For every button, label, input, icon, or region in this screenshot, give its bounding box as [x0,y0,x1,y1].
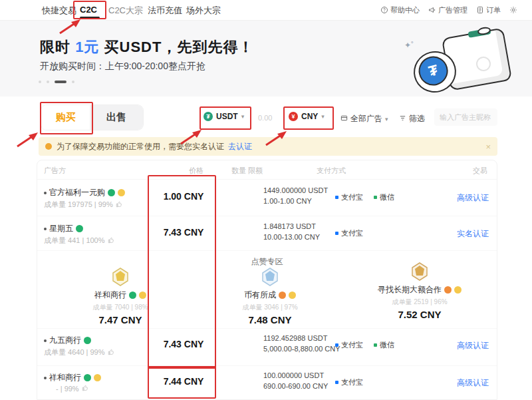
filter-button[interactable]: 筛选 [399,113,425,124]
advertiser-name[interactable]: 九五商行 [44,335,91,346]
trade-action-link[interactable]: 高级认证 [457,340,489,351]
tab-buy[interactable]: 购买 [41,105,90,130]
tab-sell[interactable]: 出售 [90,105,143,130]
trade-action-link[interactable]: 高级认证 [457,192,489,204]
c2c-trading-page: 快捷交易 C2C C2C大宗 法币充值 场外大宗 帮助中心 广告管理 [0,0,532,400]
available-amount: 1449.000000 USDT [263,186,328,194]
featured-card[interactable]: 币有所成 成单量 3046 | 97% 7.48 CNY [210,267,330,325]
table-header: 广告方 价格 数量 限额 支付方式 交易 [37,160,497,180]
order-limit: 5,000.00-8,880.00 CNY [263,345,340,353]
usdt-coin-face: ₮ [416,53,451,89]
trade-action-link[interactable]: 实名认证 [457,228,489,240]
advertiser-name[interactable]: 官方福利一元购 [44,187,125,198]
carousel-dot[interactable] [47,81,49,83]
order-stats-label: - | 99% [56,385,79,393]
all-ads-dropdown[interactable]: 全部广告 ▾ [340,113,388,124]
ad-management-button[interactable]: 广告管理 [428,5,467,15]
thumb-up-icon [108,349,114,357]
advertiser-search-input[interactable]: 输入广告主昵称 [434,108,497,126]
payment-methods: 支付宝 微信 [335,340,394,350]
advertiser-name-label: 官方福利一元购 [49,187,105,198]
available-amount: 100.000000 USDT [263,371,324,379]
featured-price: 7.48 CNY [210,314,330,325]
nav-item-fiat-deposit[interactable]: 法币充值 [148,5,182,17]
trade-action-link[interactable]: 高级认证 [457,377,489,389]
ads-grid-icon [340,114,348,124]
payment-label: 支付宝 [341,377,363,387]
banner-title-suffix: 买USDT，先到先得！ [99,39,253,55]
nav-item-c2c[interactable]: C2C [80,5,97,15]
advertiser-name-label: 九五商行 [49,335,81,346]
nav-item-c2c-block[interactable]: C2C大宗 [108,5,143,17]
merchant-badge-icon [118,189,125,196]
gear-icon [509,6,517,15]
payment-label: 微信 [380,192,394,202]
col-header-price: 价格 [189,166,203,176]
merchant-badge-icon [444,286,452,294]
featured-card[interactable]: 寻找长期大额合作 成单量 2519 | 96% 7.52 CNY [360,262,479,320]
thumb-up-icon [116,201,122,209]
advertiser-name[interactable]: 星期五 [44,223,83,234]
ads-table: 广告方 价格 数量 限额 支付方式 交易 官方福利一元购 成单量 197975 … [37,160,497,400]
featured-merchant-stats: 成单量 3046 | 97% [210,303,330,312]
gem-badge-gold-icon [61,267,180,287]
merchant-name-label: 祥和商行 [94,290,126,301]
help-center-button[interactable]: 帮助中心 [380,5,420,15]
wechat-dot-icon [374,196,377,199]
sparkle-icon: ✦˚ [404,41,414,50]
banner-title-prefix: 限时 [40,39,75,55]
verified-badge-icon [84,337,91,344]
payment-method: 微信 [374,192,394,202]
banner-title-highlight: 1元 [75,39,99,55]
coin-selector[interactable]: ₮ USDT ▾ [203,112,244,121]
merchant-badge-icon [139,292,146,299]
merchant-badge-icon [94,374,101,381]
online-dot-icon [44,228,47,230]
carousel-dot[interactable] [72,81,74,83]
order-list-icon [476,6,484,15]
megaphone-icon [428,6,436,15]
carousel-dot-active[interactable] [55,81,66,83]
help-center-label: 帮助中心 [390,5,420,15]
nav-item-otc-block[interactable]: 场外大宗 [186,5,221,17]
chevron-down-icon: ▾ [321,113,325,120]
online-dot-icon [44,339,47,342]
table-row[interactable]: 祥和商行 - | 99% 7.44 CNY 100.000000 USDT 69… [37,365,497,400]
featured-zone: 点赞专区 祥和商行 成单量 7040 | 98% 7.47 CNY [37,251,497,329]
advertiser-stats: 成单量 4640 | 99% [44,347,114,357]
go-verify-link[interactable]: 去认证 [228,141,252,152]
promo-illustration: ₮ ✦˚ [404,22,517,97]
order-stats-label: 成单量 441 | 100% [44,236,105,246]
col-header-payment: 支付方式 [317,166,346,176]
featured-card[interactable]: 祥和商行 成单量 7040 | 98% 7.47 CNY [61,267,180,325]
featured-price: 7.52 CNY [360,309,479,320]
close-icon[interactable]: × [485,142,491,152]
payment-label: 微信 [380,340,394,350]
price-value: 1.00 CNY [150,191,217,202]
available-amount: 1192.452988 USDT [263,334,327,342]
fiat-selector[interactable]: ¥ CNY ▾ [289,112,325,121]
price-value: 7.43 CNY [150,339,217,349]
table-row[interactable]: 星期五 成单量 441 | 100% 7.43 CNY 1.848173 USD… [37,216,497,251]
order-limit: 690.00-690.00 CNY [263,382,328,390]
carousel-dot[interactable] [39,81,41,83]
online-dot-icon [44,377,47,379]
col-header-amount-limit: 数量 限额 [231,166,263,176]
merchant-badge-icon [454,286,462,294]
fiat-selector-label: CNY [301,112,318,121]
cny-icon: ¥ [289,112,298,121]
nav-item-express-trade[interactable]: 快捷交易 [42,5,76,17]
orders-button[interactable]: 订单 [476,5,501,15]
payment-label: 支付宝 [341,340,363,350]
carousel-dots[interactable] [39,81,74,83]
gem-badge-bronze-icon [360,262,479,282]
table-row[interactable]: 官方福利一元购 成单量 197975 | 99% 1.00 CNY 1449.0… [37,180,497,216]
settings-button[interactable] [509,6,517,15]
amount-input[interactable]: 0.00 [258,114,272,122]
table-row[interactable]: 九五商行 成单量 4640 | 99% 7.43 CNY 1192.452988… [37,328,497,366]
alipay-dot-icon [335,232,338,235]
gem-badge-silver-icon [210,267,330,287]
advertiser-name[interactable]: 祥和商行 [44,372,101,383]
advertiser-stats: 成单量 441 | 100% [44,236,114,246]
advertiser-name-label: 星期五 [49,223,73,234]
